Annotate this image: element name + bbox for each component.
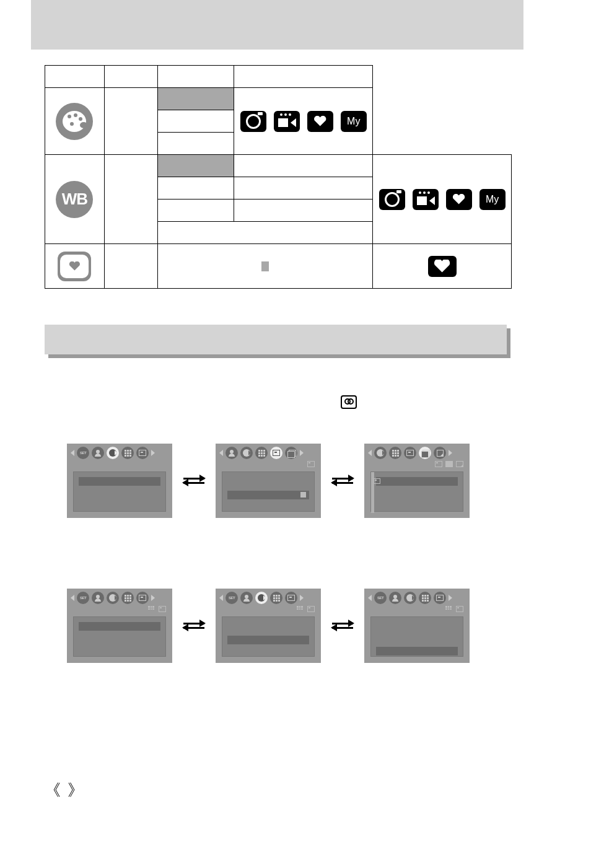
menu-tab-left-arc-icon xyxy=(107,447,119,459)
submenu-frame-icon xyxy=(307,461,315,467)
menu-screens-row-1: SET xyxy=(67,444,470,518)
bar-frame-icon xyxy=(374,478,380,484)
menu-highlight-bar xyxy=(227,636,309,644)
menu-tab-person-icon xyxy=(225,447,238,459)
table-header-row xyxy=(45,66,512,88)
cell-option xyxy=(234,155,373,177)
menu-tab-person-icon xyxy=(92,447,104,459)
tape-icon xyxy=(341,395,357,409)
menu-tab-set-icon: SET xyxy=(374,592,387,604)
cell-option xyxy=(157,199,234,222)
menu-body xyxy=(370,471,463,512)
video-mode-icon xyxy=(274,111,300,132)
cell-option-default xyxy=(157,155,234,177)
menu-body xyxy=(73,616,166,657)
cell-option xyxy=(157,110,234,133)
menu-screen xyxy=(364,444,470,518)
section-header-bar xyxy=(31,0,523,50)
menu-tab-stack-icon xyxy=(419,447,431,459)
scroll-right-icon xyxy=(449,595,452,601)
scroll-right-icon xyxy=(300,450,304,456)
menu-tab-left-arc-icon xyxy=(404,592,416,604)
cell-option xyxy=(234,199,373,222)
cell-option-marker xyxy=(157,244,372,289)
menu-tab-grid-icon xyxy=(121,447,134,459)
scroll-left-icon xyxy=(219,595,223,601)
table-row: WB My xyxy=(45,155,512,177)
menu-body xyxy=(222,471,315,512)
menu-screen: SET xyxy=(67,589,172,663)
bidirectional-arrow-icon xyxy=(182,478,206,484)
scroll-right-icon xyxy=(151,450,155,456)
heart-icon xyxy=(66,260,82,273)
menu-body xyxy=(370,616,463,657)
my-mode-icon: My xyxy=(341,111,367,132)
bar-grid-icon xyxy=(300,492,307,498)
cell-option xyxy=(234,177,373,199)
menu-tab-stack-icon xyxy=(285,447,297,459)
bidirectional-arrow-icon xyxy=(331,478,354,484)
menu-tab-grid-icon xyxy=(419,592,431,604)
marker-icon xyxy=(261,261,269,271)
menu-tab-person-icon xyxy=(92,592,104,604)
th-modes xyxy=(234,66,373,88)
table-row: My xyxy=(45,88,512,110)
wb-icon: WB xyxy=(56,181,93,218)
submenu-frame-icon xyxy=(159,606,166,612)
menu-tab-left-arc-icon xyxy=(107,592,119,604)
menu-tab-frame-icon xyxy=(434,592,446,604)
scroll-left-icon xyxy=(219,450,223,456)
menu-highlight-bar xyxy=(376,477,458,486)
mode-icons: My xyxy=(234,105,372,138)
inline-reference-icon xyxy=(341,395,357,409)
bidirectional-arrow-icon xyxy=(331,623,354,629)
scroll-left-icon xyxy=(368,595,372,601)
th-icon xyxy=(45,66,105,88)
mode-icons xyxy=(373,250,511,283)
bidirectional-arrow-icon xyxy=(182,623,206,629)
scroll-left-icon xyxy=(71,450,74,456)
menu-highlight-bar xyxy=(376,647,458,655)
th-options xyxy=(157,66,234,88)
submenu-grid-icon xyxy=(445,606,453,612)
menu-tab-frame-icon xyxy=(270,447,282,459)
cell-option-full xyxy=(157,222,372,244)
menu-tab-grid-icon xyxy=(270,592,282,604)
scroll-left-icon xyxy=(71,595,74,601)
submenu-sq-icon xyxy=(445,461,453,467)
page: My WB xyxy=(0,0,591,868)
submenu-frame-icon xyxy=(456,606,463,612)
palette-icon xyxy=(56,103,93,140)
cell-card-name xyxy=(104,244,157,289)
submenu-frame-icon xyxy=(435,461,442,467)
menu-tab-person-icon xyxy=(240,592,253,604)
camera-mode-icon xyxy=(240,111,266,132)
menu-tab-set-icon: SET xyxy=(225,592,238,604)
cell-option xyxy=(157,177,234,199)
menu-tab-person-icon xyxy=(389,592,401,604)
table-row xyxy=(45,244,512,289)
menu-highlight-bar xyxy=(79,622,160,631)
menu-tab-frame-icon xyxy=(136,447,149,459)
menu-tab-grid-icon xyxy=(255,447,268,459)
scroll-right-icon xyxy=(300,595,304,601)
menu-tab-grid-icon xyxy=(389,447,401,459)
menu-tab-corner-icon xyxy=(434,447,446,459)
menu-tab-set-icon: SET xyxy=(77,592,89,604)
submenu-grid-icon xyxy=(297,606,304,612)
camera-mode-icon xyxy=(379,189,405,210)
subsection-heading-bar xyxy=(45,325,507,354)
menu-tab-grid-icon xyxy=(121,592,134,604)
th-name xyxy=(104,66,157,88)
cell-wb-name xyxy=(104,155,157,244)
cell-option-default xyxy=(157,88,234,110)
submenu-frame-icon xyxy=(307,606,315,612)
menu-tab-left-arc-icon xyxy=(255,592,268,604)
heart-mode-icon xyxy=(446,189,472,210)
menu-highlight-bar xyxy=(227,491,309,499)
menu-tab-frame-icon xyxy=(285,592,297,604)
menu-body xyxy=(222,616,315,657)
submenu-grid-icon xyxy=(148,606,155,612)
heart-mode-icon xyxy=(428,256,457,277)
submenu-corner-icon xyxy=(456,461,463,467)
